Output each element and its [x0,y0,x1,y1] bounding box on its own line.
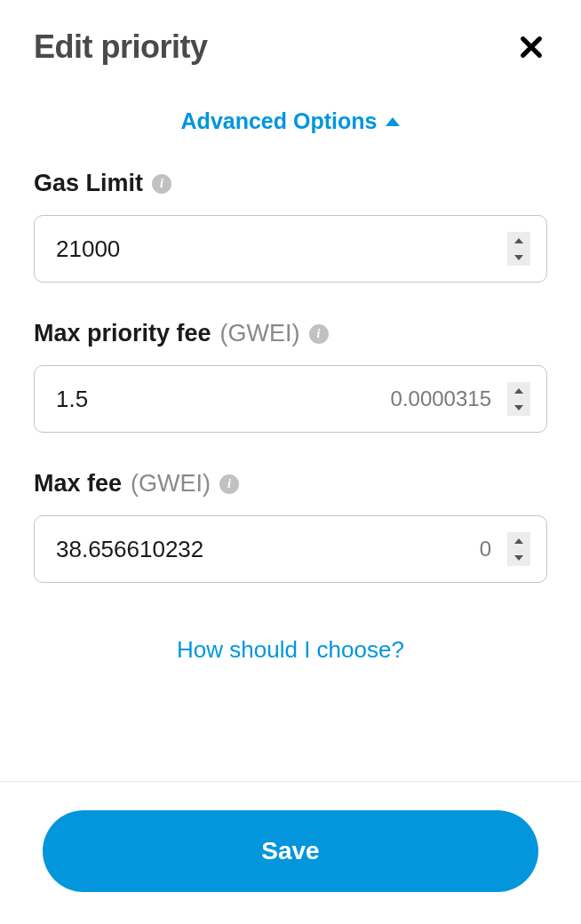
close-icon [519,35,544,60]
help-link[interactable]: How should I choose? [177,636,404,663]
max-priority-fee-input-wrapper: 0.0000315 [34,365,547,433]
close-button[interactable] [515,31,547,63]
max-priority-fee-secondary: 0.0000315 [391,386,491,411]
gas-limit-stepper[interactable] [507,232,530,266]
max-fee-unit: (GWEI) [131,470,211,498]
max-priority-fee-unit: (GWEI) [220,320,300,347]
save-button[interactable]: Save [43,810,538,892]
advanced-options-label: Advanced Options [181,108,401,134]
max-fee-label-row: Max fee (GWEI) i [34,470,547,498]
max-priority-fee-field: Max priority fee (GWEI) i 0.0000315 [34,320,547,433]
stepper-up-icon[interactable] [507,232,530,249]
modal-header: Edit priority [0,0,581,84]
stepper-down-icon[interactable] [507,249,530,266]
stepper-up-icon[interactable] [507,532,530,549]
max-fee-input-wrapper: 0 [34,515,547,583]
max-priority-fee-label-row: Max priority fee (GWEI) i [34,320,547,347]
info-icon[interactable]: i [152,174,171,194]
gas-limit-label-row: Gas Limit i [34,170,547,197]
max-priority-fee-stepper[interactable] [507,382,530,416]
max-fee-input[interactable] [56,536,480,563]
max-fee-stepper[interactable] [507,532,530,566]
info-icon[interactable]: i [219,474,239,494]
max-fee-label: Max fee [34,470,122,498]
max-priority-fee-label: Max priority fee [34,320,211,347]
advanced-options-text: Advanced Options [181,108,378,134]
gas-limit-label: Gas Limit [34,170,143,197]
advanced-options-toggle[interactable]: Advanced Options [0,84,581,170]
max-fee-field: Max fee (GWEI) i 0 [34,470,547,583]
modal-footer: Save [0,781,581,924]
form-content: Gas Limit i Max priority fee (GWEI) i 0.… [0,170,581,781]
stepper-up-icon[interactable] [507,382,530,399]
gas-limit-input[interactable] [56,235,507,263]
stepper-down-icon[interactable] [507,549,530,566]
modal-title: Edit priority [34,28,208,66]
help-link-row: How should I choose? [34,620,547,690]
caret-up-icon [386,117,400,126]
edit-priority-modal: Edit priority Advanced Options Gas Limit… [0,0,581,924]
stepper-down-icon[interactable] [507,399,530,416]
max-fee-secondary: 0 [480,537,491,562]
gas-limit-field: Gas Limit i [34,170,547,283]
info-icon[interactable]: i [309,324,329,344]
gas-limit-input-wrapper [34,215,547,283]
max-priority-fee-input[interactable] [56,386,391,413]
